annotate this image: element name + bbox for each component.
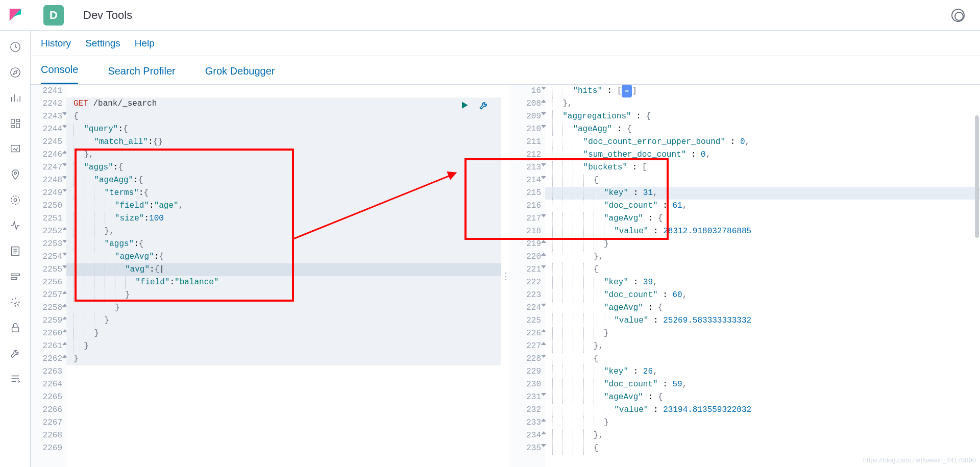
code-line[interactable] bbox=[66, 365, 501, 378]
code-line[interactable]: "doc_count" : 61, bbox=[545, 200, 980, 212]
code-line[interactable]: }, bbox=[545, 97, 980, 110]
discover-icon[interactable] bbox=[9, 66, 21, 79]
code-line[interactable]: "field":"balance" bbox=[66, 276, 501, 289]
code-line[interactable]: "ageAgg":{ bbox=[66, 174, 501, 187]
code-line[interactable]: "avg":{| bbox=[66, 263, 501, 276]
line-number: 2257 bbox=[31, 289, 62, 302]
svg-rect-6 bbox=[11, 145, 19, 152]
code-line[interactable]: } bbox=[66, 314, 501, 327]
code-line[interactable]: "query":{ bbox=[66, 123, 501, 136]
code-line[interactable]: "ageAvg":{ bbox=[66, 251, 501, 263]
ml-icon[interactable] bbox=[9, 194, 21, 206]
code-line[interactable]: }, bbox=[545, 251, 980, 263]
maps-icon[interactable] bbox=[9, 168, 21, 181]
code-line[interactable]: GET /bank/_search bbox=[66, 97, 501, 110]
kibana-logo[interactable] bbox=[8, 8, 23, 23]
line-number: 224 bbox=[509, 302, 541, 314]
code-line[interactable]: "doc_count" : 60, bbox=[545, 289, 980, 302]
play-icon[interactable] bbox=[459, 100, 470, 115]
code-line[interactable]: } bbox=[66, 302, 501, 314]
svg-rect-5 bbox=[11, 126, 14, 128]
help-link[interactable]: Help bbox=[135, 38, 155, 49]
divider-dots-icon: ⋮ bbox=[501, 271, 509, 282]
code-line[interactable]: "doc_count_error_upper_bound" : 0, bbox=[545, 136, 980, 149]
code-line[interactable]: } bbox=[66, 340, 501, 353]
line-number: 2269 bbox=[31, 442, 62, 455]
recent-icon[interactable] bbox=[9, 41, 21, 53]
code-line[interactable]: } bbox=[66, 353, 501, 365]
code-line[interactable]: } bbox=[66, 327, 501, 340]
code-line[interactable]: } bbox=[545, 327, 980, 340]
code-line[interactable]: { bbox=[545, 174, 980, 187]
apm-icon[interactable] bbox=[9, 271, 21, 283]
code-line[interactable]: "ageAgg" : { bbox=[545, 123, 980, 136]
canvas-icon[interactable] bbox=[9, 143, 21, 155]
visualize-icon[interactable] bbox=[9, 92, 21, 104]
tab-console[interactable]: Console bbox=[41, 64, 78, 84]
wrench-icon[interactable] bbox=[479, 100, 489, 115]
code-line[interactable]: "aggregations" : { bbox=[545, 110, 980, 123]
watermark: https://blog.csdn.net/weixin_44178890 bbox=[863, 456, 976, 464]
code-line[interactable]: }, bbox=[545, 340, 980, 353]
code-line[interactable] bbox=[66, 391, 501, 404]
svg-rect-12 bbox=[11, 278, 16, 280]
code-line[interactable]: }, bbox=[545, 429, 980, 442]
code-line[interactable]: "buckets" : [ bbox=[545, 161, 980, 174]
history-link[interactable]: History bbox=[41, 38, 71, 49]
metrics-icon[interactable] bbox=[9, 219, 21, 232]
line-number: 209 bbox=[509, 110, 541, 123]
tab-search-profiler[interactable]: Search Profiler bbox=[108, 65, 175, 84]
code-line[interactable]: "value" : 28312.918032786885 bbox=[545, 225, 980, 238]
code-line[interactable]: "ageAvg" : { bbox=[545, 391, 980, 404]
code-line[interactable]: { bbox=[545, 442, 980, 455]
code-line[interactable]: "aggs":{ bbox=[66, 161, 501, 174]
app-badge[interactable]: D bbox=[43, 5, 64, 26]
scrollbar[interactable] bbox=[975, 115, 979, 238]
collapse-icon[interactable] bbox=[9, 373, 21, 385]
code-line[interactable]: "value" : 25269.583333333332 bbox=[545, 314, 980, 327]
code-line[interactable]: { bbox=[66, 110, 501, 123]
code-line[interactable]: }, bbox=[66, 225, 501, 238]
line-number: 212 bbox=[509, 149, 541, 161]
code-line[interactable]: "field":"age", bbox=[66, 200, 501, 212]
code-line[interactable]: "ageAvg" : { bbox=[545, 212, 980, 225]
settings-link[interactable]: Settings bbox=[85, 38, 120, 49]
request-pane[interactable]: 2241224222432244224522462247224822492250… bbox=[31, 85, 501, 467]
code-line[interactable]: } bbox=[66, 289, 501, 302]
pane-divider[interactable]: ⋮ bbox=[501, 85, 509, 467]
code-line[interactable]: "size":100 bbox=[66, 212, 501, 225]
logs-icon[interactable] bbox=[9, 245, 21, 257]
code-line[interactable]: "sum_other_doc_count" : 0, bbox=[545, 149, 980, 161]
code-line[interactable]: { bbox=[545, 353, 980, 365]
code-line[interactable] bbox=[66, 85, 501, 97]
code-line[interactable]: "terms":{ bbox=[66, 187, 501, 200]
svg-point-8 bbox=[14, 199, 17, 202]
code-line[interactable]: } bbox=[545, 238, 980, 251]
line-number: 2250 bbox=[31, 200, 62, 212]
code-line[interactable]: "key" : 31, bbox=[545, 187, 980, 200]
code-line[interactable]: "ageAvg" : { bbox=[545, 302, 980, 314]
collapsed-pill[interactable]: ⇔ bbox=[622, 85, 632, 97]
devtools-icon[interactable] bbox=[9, 347, 21, 359]
code-line[interactable]: } bbox=[545, 416, 980, 429]
code-line[interactable] bbox=[66, 442, 501, 455]
response-pane[interactable]: 1620820921021121221321421521621721821922… bbox=[509, 85, 980, 467]
code-line[interactable] bbox=[66, 429, 501, 442]
code-line[interactable]: }, bbox=[66, 149, 501, 161]
code-line[interactable]: "match_all":{} bbox=[66, 136, 501, 149]
code-line[interactable]: "doc_count" : 59, bbox=[545, 378, 980, 391]
code-line[interactable]: "value" : 23194.813559322032 bbox=[545, 404, 980, 416]
code-line[interactable]: { bbox=[545, 263, 980, 276]
code-line[interactable] bbox=[66, 404, 501, 416]
siem-icon[interactable] bbox=[9, 322, 21, 334]
code-line[interactable]: "key" : 39, bbox=[545, 276, 980, 289]
code-line[interactable]: "key" : 26, bbox=[545, 365, 980, 378]
code-line[interactable]: "aggs":{ bbox=[66, 238, 501, 251]
lifebuoy-icon[interactable] bbox=[951, 9, 965, 22]
tab-grok-debugger[interactable]: Grok Debugger bbox=[205, 65, 275, 84]
uptime-icon[interactable] bbox=[9, 296, 21, 308]
code-line[interactable] bbox=[66, 416, 501, 429]
code-line[interactable]: "hits" : [⇔] bbox=[545, 85, 980, 97]
dashboard-icon[interactable] bbox=[9, 117, 21, 130]
code-line[interactable] bbox=[66, 378, 501, 391]
